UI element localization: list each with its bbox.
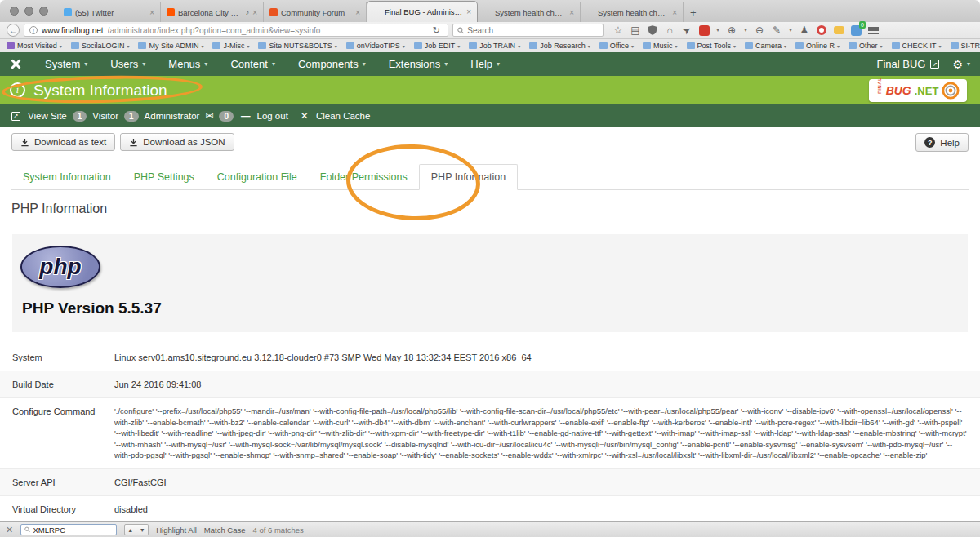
browser-tab[interactable]: System health check - Joomdle ♪ × xyxy=(581,2,684,22)
window-controls[interactable] xyxy=(0,7,58,22)
zoom-window-icon[interactable] xyxy=(39,7,48,16)
bookmark-folder[interactable]: Office ▾ xyxy=(599,42,634,50)
edit-icon[interactable]: ✎ xyxy=(771,24,782,36)
minus-icon: — xyxy=(241,111,250,121)
browser-tab[interactable]: Community Forum ♪ × xyxy=(264,2,367,22)
bookmark-folder[interactable]: Music ▾ xyxy=(643,42,678,50)
download-as-text-button[interactable]: Download as text xyxy=(11,133,115,151)
table-row: Configure Command './configure' '--prefi… xyxy=(0,397,980,468)
tab-close-icon[interactable]: × xyxy=(569,8,574,17)
browser-tab[interactable]: Barcelona City FM 0606... ♪ × xyxy=(161,2,264,22)
back-button[interactable]: ← xyxy=(7,24,20,37)
help-button[interactable]: ? Help xyxy=(915,133,969,152)
menu-hamburger-icon[interactable] xyxy=(867,24,879,36)
bookmark-folder[interactable]: Online R ▾ xyxy=(795,42,840,50)
visitor-label[interactable]: Visitor xyxy=(92,111,118,121)
download-as-json-button[interactable]: Download as JSON xyxy=(120,133,234,151)
profile-icon[interactable]: ♟ xyxy=(799,24,810,36)
bookmark-folder[interactable]: CHECK IT ▾ xyxy=(892,42,942,50)
administrator-label[interactable]: Administrator xyxy=(145,111,200,121)
bookmark-folder[interactable]: Job TRAIN ▾ xyxy=(469,42,520,50)
browser-tab[interactable]: System health check - Joomdle ♪ × xyxy=(478,2,581,22)
downloadhelper-icon[interactable] xyxy=(698,24,710,36)
shield-icon[interactable] xyxy=(647,24,658,36)
bookmark-folder[interactable]: SocilaLOGIN ▾ xyxy=(71,42,130,50)
admin-menu-item[interactable]: Menus ▾ xyxy=(157,58,219,70)
chevron-down-icon[interactable]: ▾ xyxy=(788,24,793,36)
bookmark-folder[interactable]: Other ▾ xyxy=(849,42,883,50)
bookmark-folder[interactable]: Camera ▾ xyxy=(745,42,786,50)
admin-menu-item[interactable]: Help ▾ xyxy=(459,58,511,70)
addon-puzzle-icon[interactable]: 0 xyxy=(850,24,862,36)
tab-close-icon[interactable]: × xyxy=(149,8,154,17)
sysinfo-tab[interactable]: Folder Permissions xyxy=(309,165,419,189)
search-bar[interactable] xyxy=(452,24,604,37)
bookmark-label: Post Tools xyxy=(697,42,731,50)
forget-history-icon[interactable]: ⊖ xyxy=(754,24,765,36)
search-input[interactable] xyxy=(467,26,599,35)
close-icon[interactable]: ✕ xyxy=(6,525,13,535)
bookmark-folder[interactable]: Job Research ▾ xyxy=(529,42,590,50)
bookmark-folder[interactable]: Most Visited ▾ xyxy=(7,42,62,50)
bookmark-folder[interactable]: J-Misc ▾ xyxy=(212,42,249,50)
bookmark-folder[interactable]: Post Tools ▾ xyxy=(687,42,736,50)
send-tab-icon[interactable]: ➤ xyxy=(679,22,694,38)
chevron-down-icon[interactable]: ▾ xyxy=(743,24,748,36)
reload-icon[interactable]: ↻ xyxy=(430,25,443,36)
view-site-icon: ↗ xyxy=(11,112,20,121)
search-icon xyxy=(457,27,464,34)
translate-globe-icon[interactable]: ⊕ xyxy=(726,24,737,36)
find-next-icon[interactable]: ▼ xyxy=(136,524,149,535)
home-icon[interactable]: ⌂ xyxy=(664,24,675,36)
page-info-icon[interactable]: i xyxy=(29,26,38,34)
admin-menu-item[interactable]: Components ▾ xyxy=(287,58,377,70)
find-previous-icon[interactable]: ▲ xyxy=(124,524,136,535)
close-window-icon[interactable] xyxy=(10,7,19,16)
chevron-down-icon[interactable]: ▾ xyxy=(715,24,720,36)
tab-close-icon[interactable]: × xyxy=(672,8,677,17)
logout-link[interactable]: Log out xyxy=(256,111,287,121)
tab-close-icon[interactable]: × xyxy=(466,7,471,16)
admin-menu: System ▾ Users ▾ Menus ▾ Content ▾ xyxy=(33,58,511,70)
bookmark-folder[interactable]: My Site ADMIN ▾ xyxy=(138,42,203,50)
admin-menu-item[interactable]: Extensions ▾ xyxy=(377,58,460,70)
sysinfo-tab[interactable]: PHP Information xyxy=(419,164,518,190)
row-value: './configure' '--prefix=/usr/local/php55… xyxy=(110,406,980,461)
folder-icon xyxy=(258,42,266,49)
url-bar[interactable]: i www.finalbug.net /administrator/index.… xyxy=(24,24,448,37)
tab-audio-icon[interactable]: ♪ xyxy=(246,8,250,16)
find-input[interactable] xyxy=(33,526,113,535)
browser-tab[interactable]: (55) Twitter ♪ × xyxy=(58,2,161,22)
minimize-window-icon[interactable] xyxy=(24,7,33,16)
admin-menu-item[interactable]: Content ▾ xyxy=(219,58,287,70)
bookmark-folder[interactable]: onVideoTIPS ▾ xyxy=(346,42,405,50)
bookmark-folder[interactable]: SI-TRICKS ▾ xyxy=(951,42,980,50)
match-case-toggle[interactable]: Match Case xyxy=(204,526,246,535)
tab-close-icon[interactable]: × xyxy=(355,8,360,17)
sysinfo-tab[interactable]: Configuration File xyxy=(206,165,309,189)
highlight-all-toggle[interactable]: Highlight All xyxy=(156,526,197,535)
admin-menu-item[interactable]: System ▾ xyxy=(33,58,99,70)
reading-list-icon[interactable]: ▤ xyxy=(630,24,641,36)
tab-title: System health check - Joomdle xyxy=(495,8,566,17)
bookmark-star-icon[interactable]: ☆ xyxy=(612,24,624,36)
bookmark-folder[interactable]: Site NUTS&BOLTS ▾ xyxy=(258,42,336,50)
sysinfo-tab[interactable]: PHP Settings xyxy=(122,165,206,189)
find-input-box[interactable] xyxy=(20,524,117,535)
folder-icon xyxy=(529,42,537,49)
view-site-link[interactable]: View Site xyxy=(28,111,67,121)
new-tab-button[interactable]: + xyxy=(684,7,705,22)
messages-envelope-icon[interactable]: ✉ xyxy=(205,110,213,122)
chevron-down-icon: ▾ xyxy=(967,60,970,68)
lastpass-icon[interactable] xyxy=(816,24,827,36)
clean-cache-link[interactable]: Clean Cache xyxy=(316,111,370,121)
row-label: Server API xyxy=(0,477,110,488)
sysinfo-tab[interactable]: System Information xyxy=(11,165,122,189)
tab-close-icon[interactable]: × xyxy=(252,8,257,17)
site-preview-link[interactable]: Final BUG ↗ xyxy=(876,58,939,70)
admin-settings-button[interactable]: ⚙ ▾ xyxy=(952,58,970,71)
admin-menu-item[interactable]: Users ▾ xyxy=(99,58,157,70)
notes-icon[interactable] xyxy=(833,24,844,36)
bookmark-folder[interactable]: Job EDIT ▾ xyxy=(414,42,461,50)
browser-tab[interactable]: Final BUG - Administration - Sys... ♪ × xyxy=(367,1,478,22)
